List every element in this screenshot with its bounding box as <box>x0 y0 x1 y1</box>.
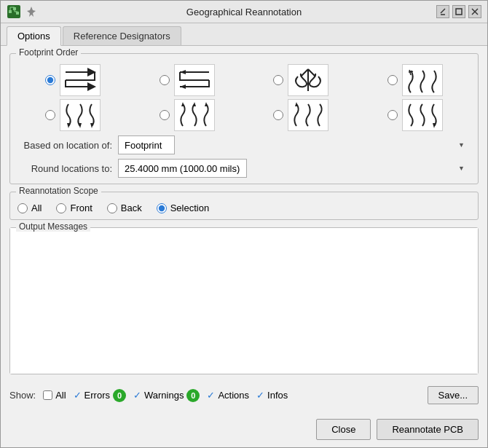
show-warnings-option[interactable]: ✓ Warnings 0 <box>133 389 200 402</box>
scope-selection[interactable]: Selection <box>157 203 209 213</box>
bottom-bar: Close Reannotate PCB <box>1 414 487 447</box>
titlebar-controls <box>436 5 481 18</box>
actions-check-icon: ✓ <box>207 390 215 401</box>
based-on-row: Based on location of: Footprint Referenc… <box>17 135 471 154</box>
fp-option-6 <box>245 99 357 131</box>
fp-radio-row-4 <box>45 99 101 131</box>
show-all-checkbox[interactable] <box>43 390 52 400</box>
close-button[interactable] <box>468 5 481 18</box>
show-warnings-label: Warnings <box>144 390 184 401</box>
show-bar: Show: All ✓ Errors 0 ✓ Warnings 0 ✓ Acti… <box>9 382 479 407</box>
fp-radio-4[interactable] <box>45 110 55 120</box>
warnings-check-icon: ✓ <box>133 390 141 401</box>
based-on-select-wrapper: Footprint Reference Value <box>118 135 471 154</box>
pin-icon <box>25 6 37 17</box>
round-locations-select[interactable]: 25.4000 mm (1000.00 mils) 1.0000 mm (39.… <box>118 159 247 178</box>
round-locations-label: Round locations to: <box>17 163 112 174</box>
fp-radio-row-6 <box>273 99 328 131</box>
scope-all[interactable]: All <box>17 203 42 213</box>
footprint-order-group: Footprint Order <box>9 53 479 184</box>
based-on-select[interactable]: Footprint Reference Value <box>118 135 175 154</box>
scope-all-label: All <box>31 203 42 213</box>
fp-radio-2[interactable] <box>273 75 283 85</box>
fp-option-7 <box>360 99 471 131</box>
svg-rect-3 <box>16 12 19 15</box>
errors-badge: 0 <box>113 389 126 402</box>
maximize-button[interactable] <box>452 5 465 18</box>
reannotation-scope-group: Reannotation Scope All Front Back Select… <box>9 192 479 220</box>
show-label: Show: <box>9 390 36 401</box>
fp-radio-7[interactable] <box>387 110 398 120</box>
scope-front-label: Front <box>70 203 92 213</box>
app-icon <box>7 4 21 19</box>
close-button[interactable]: Close <box>316 419 371 440</box>
fp-option-0 <box>17 64 129 96</box>
based-on-label: Based on location of: <box>17 140 112 151</box>
output-messages-content <box>10 228 478 374</box>
scope-back-label: Back <box>121 203 142 213</box>
save-button[interactable]: Save... <box>428 386 479 404</box>
infos-check-icon: ✓ <box>256 390 264 401</box>
svg-rect-1 <box>9 10 12 13</box>
titlebar: Geographical Reannotation <box>1 1 487 23</box>
fp-radio-0[interactable] <box>45 75 55 85</box>
fp-icon-4 <box>60 99 101 131</box>
show-errors-label: Errors <box>84 390 110 401</box>
errors-check-icon: ✓ <box>74 390 82 401</box>
fp-radio-row-5 <box>160 99 215 131</box>
fp-radio-row-0 <box>45 64 101 96</box>
titlebar-left <box>7 4 37 19</box>
scope-front-radio[interactable] <box>56 203 66 213</box>
round-locations-select-wrapper: 25.4000 mm (1000.00 mils) 1.0000 mm (39.… <box>118 159 471 178</box>
fp-icon-1 <box>174 64 215 96</box>
tab-bar: Options Reference Designators <box>1 23 487 46</box>
footprint-order-label: Footprint Order <box>16 47 81 58</box>
fp-icon-6 <box>288 99 328 131</box>
fp-icon-3 <box>402 64 443 96</box>
scope-selection-radio[interactable] <box>157 203 167 213</box>
fp-option-2 <box>245 64 357 96</box>
fp-icon-2 <box>288 64 328 96</box>
window-title: Geographical Reannotation <box>186 7 302 17</box>
scope-front[interactable]: Front <box>56 203 92 213</box>
fp-radio-row-7 <box>387 99 443 131</box>
show-all-option[interactable]: All <box>43 390 66 401</box>
show-actions-option[interactable]: ✓ Actions <box>207 390 249 401</box>
scope-back-radio[interactable] <box>107 203 117 213</box>
scope-selection-label: Selection <box>170 203 209 213</box>
svg-rect-10 <box>456 9 462 15</box>
svg-rect-2 <box>13 7 16 10</box>
minimize-button[interactable] <box>436 5 449 18</box>
fp-radio-5[interactable] <box>160 110 170 120</box>
reannotate-pcb-button[interactable]: Reannotate PCB <box>377 419 479 440</box>
main-content: Footprint Order <box>1 46 487 414</box>
show-all-label: All <box>55 390 66 401</box>
reannotation-scope-label: Reannotation Scope <box>16 186 101 196</box>
fp-option-3 <box>360 64 471 96</box>
fp-radio-6[interactable] <box>273 110 283 120</box>
show-infos-label: Infos <box>267 390 288 401</box>
tab-reference-designators[interactable]: Reference Designators <box>63 26 181 45</box>
output-messages-group: Output Messages <box>9 227 479 374</box>
tab-options[interactable]: Options <box>7 26 61 46</box>
fp-radio-row-3 <box>387 64 443 96</box>
fp-radio-row-2 <box>273 64 328 96</box>
main-window: Geographical Reannotation Options Refere… <box>0 0 488 448</box>
scope-all-radio[interactable] <box>17 203 28 213</box>
warnings-badge: 0 <box>186 389 200 402</box>
fp-option-1 <box>132 64 243 96</box>
svg-line-8 <box>441 9 445 13</box>
scope-back[interactable]: Back <box>107 203 142 213</box>
show-actions-label: Actions <box>218 390 249 401</box>
fp-radio-3[interactable] <box>387 75 398 85</box>
fp-radio-row-1 <box>160 64 215 96</box>
fp-option-4 <box>17 99 129 131</box>
scope-options-row: All Front Back Selection <box>17 203 471 213</box>
fp-radio-1[interactable] <box>160 75 170 85</box>
show-infos-option[interactable]: ✓ Infos <box>256 390 288 401</box>
fp-icon-7 <box>402 99 443 131</box>
show-errors-option[interactable]: ✓ Errors 0 <box>74 389 126 402</box>
output-messages-label: Output Messages <box>16 221 90 232</box>
fp-icon-5 <box>174 99 215 131</box>
fp-option-5 <box>132 99 243 131</box>
